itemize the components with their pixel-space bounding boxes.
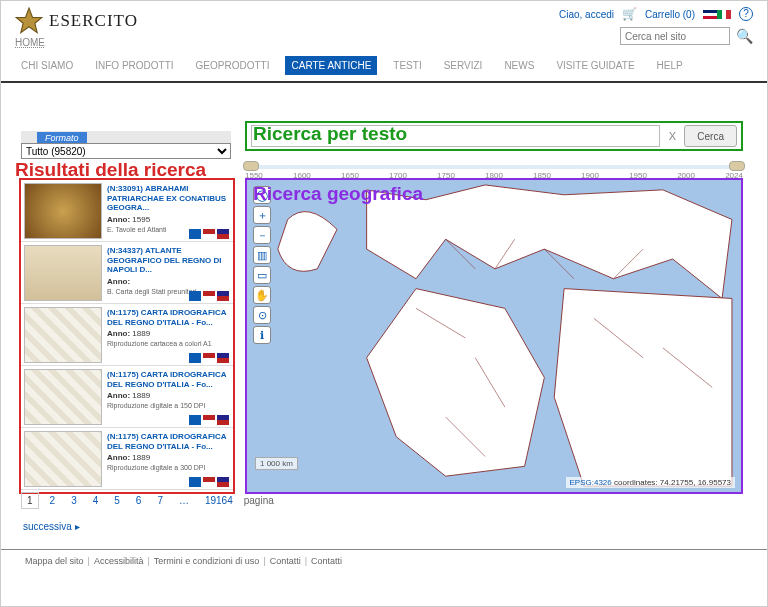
- zoom-in-button[interactable]: ＋: [253, 206, 271, 224]
- pagination: 1234567…19164paginasuccessiva ▸: [21, 492, 344, 532]
- result-item[interactable]: (N:33091) ABRAHAMI PATRIARCHAE EX CONATI…: [21, 180, 233, 242]
- nav-item[interactable]: CARTE ANTICHE: [285, 56, 377, 75]
- result-thumbnail: [24, 431, 102, 487]
- nav-item[interactable]: TESTI: [387, 56, 427, 75]
- map-info-button[interactable]: ℹ: [253, 326, 271, 344]
- flag-icon: [217, 477, 229, 487]
- footer-link[interactable]: Termini e condizioni di uso: [154, 556, 260, 566]
- world-map: [247, 180, 741, 492]
- nav-item[interactable]: NEWS: [498, 56, 540, 75]
- logo-star: [15, 7, 43, 35]
- nav-item[interactable]: GEOPRODOTTI: [190, 56, 276, 75]
- result-year: Anno: 1595: [107, 215, 231, 224]
- cart-add-icon[interactable]: [189, 353, 201, 363]
- formato-select[interactable]: Tutto (95820): [21, 143, 231, 159]
- map-coordinates: EPSG:4326 coordinates: 74.21755, 16.9557…: [566, 477, 736, 488]
- zoom-out-button[interactable]: －: [253, 226, 271, 244]
- result-thumbnail: [24, 369, 102, 425]
- results-list: (N:33091) ABRAHAMI PATRIARCHAE EX CONATI…: [19, 178, 235, 494]
- cart-add-icon[interactable]: [189, 229, 201, 239]
- result-title[interactable]: (N:1175) CARTA IDROGRAFICA DEL REGNO D'I…: [107, 370, 231, 389]
- home-link[interactable]: HOME: [15, 37, 45, 48]
- result-item[interactable]: (N:34337) ATLANTE GEOGRAFICO DEL REGNO D…: [21, 242, 233, 304]
- nav-item[interactable]: CHI SIAMO: [15, 56, 79, 75]
- flag-icon: [203, 415, 215, 425]
- result-title[interactable]: (N:1175) CARTA IDROGRAFICA DEL REGNO D'I…: [107, 432, 231, 451]
- result-year: Anno:: [107, 277, 231, 286]
- result-desc: Riproduzione digitale a 150 DPI: [107, 402, 231, 409]
- map-scale: 1 000 km: [255, 457, 298, 470]
- nav-item[interactable]: SERVIZI: [438, 56, 489, 75]
- result-desc: Riproduzione cartacea a colori A1: [107, 340, 231, 347]
- flag-icon: [203, 291, 215, 301]
- page-number[interactable]: 4: [88, 493, 104, 508]
- result-item[interactable]: (N:1175) CARTA IDROGRAFICA DEL REGNO D'I…: [21, 304, 233, 366]
- page-number[interactable]: 5: [109, 493, 125, 508]
- cart-add-icon[interactable]: [189, 291, 201, 301]
- cart-icon: 🛒: [622, 7, 637, 21]
- map-layer-button[interactable]: ▥: [253, 246, 271, 264]
- footer-link[interactable]: Accessibilità: [94, 556, 144, 566]
- flag-it-icon[interactable]: [717, 10, 731, 19]
- result-title[interactable]: (N:1175) CARTA IDROGRAFICA DEL REGNO D'I…: [107, 308, 231, 327]
- results-label: Risultati della ricerca: [15, 159, 206, 181]
- map-hand-button[interactable]: ✋: [253, 286, 271, 304]
- result-year: Anno: 1889: [107, 329, 231, 338]
- result-thumbnail: [24, 307, 102, 363]
- flag-uk-icon[interactable]: [703, 10, 717, 19]
- page-number[interactable]: 7: [152, 493, 168, 508]
- result-title[interactable]: (N:34337) ATLANTE GEOGRAFICO DEL REGNO D…: [107, 246, 231, 275]
- map-draw-button[interactable]: ▭: [253, 266, 271, 284]
- result-year: Anno: 1889: [107, 391, 231, 400]
- page-number[interactable]: …: [174, 493, 194, 508]
- result-item[interactable]: (N:1175) CARTA IDROGRAFICA DEL REGNO D'I…: [21, 428, 233, 490]
- flag-icon: [217, 229, 229, 239]
- clear-search-button[interactable]: X: [664, 130, 680, 142]
- login-link[interactable]: Ciao, accedi: [559, 9, 614, 20]
- site-search-input[interactable]: [620, 27, 730, 45]
- timeline-handle-start[interactable]: [243, 161, 259, 171]
- footer-links: Mappa del sito | Accessibilità | Termini…: [1, 549, 767, 566]
- text-search-label: Ricerca per testo: [253, 123, 407, 145]
- result-thumbnail: [24, 245, 102, 301]
- flag-icon: [203, 353, 215, 363]
- nav-item[interactable]: VISITE GUIDATE: [550, 56, 640, 75]
- map-point-button[interactable]: ⊙: [253, 306, 271, 324]
- page-number[interactable]: 6: [131, 493, 147, 508]
- timeline-slider[interactable]: 1550160016501700175018001850190019502000…: [245, 163, 743, 177]
- footer-link[interactable]: Contatti: [311, 556, 342, 566]
- svg-marker-0: [16, 8, 42, 32]
- cart-add-icon[interactable]: [189, 415, 201, 425]
- search-icon[interactable]: 🔍: [736, 28, 753, 44]
- flag-icon: [217, 353, 229, 363]
- cart-add-icon[interactable]: [189, 477, 201, 487]
- result-title[interactable]: (N:33091) ABRAHAMI PATRIARCHAE EX CONATI…: [107, 184, 231, 213]
- brand-name: ESERCITO: [49, 11, 138, 31]
- cart-link[interactable]: Carrello (0): [645, 9, 695, 20]
- result-thumbnail: [24, 183, 102, 239]
- next-page-link[interactable]: successiva ▸: [23, 521, 80, 532]
- page-number[interactable]: 1: [21, 492, 39, 509]
- result-desc: Riproduzione digitale a 300 DPI: [107, 464, 231, 471]
- nav-item[interactable]: HELP: [651, 56, 689, 75]
- page-number[interactable]: 19164: [200, 493, 238, 508]
- page-number[interactable]: 2: [45, 493, 61, 508]
- nav-item[interactable]: INFO PRODOTTI: [89, 56, 179, 75]
- epsg-link[interactable]: EPSG:4326: [570, 478, 612, 487]
- search-button[interactable]: Cerca: [684, 125, 737, 147]
- footer-link[interactable]: Contatti: [270, 556, 301, 566]
- map-viewport[interactable]: ◯ ＋ － ▥ ▭ ✋ ⊙ ℹ 1 000 km EPSG:4326 coord…: [245, 178, 743, 494]
- footer-link[interactable]: Mappa del sito: [25, 556, 84, 566]
- help-icon[interactable]: ?: [739, 7, 753, 21]
- result-item[interactable]: (N:1175) CARTA IDROGRAFICA DEL REGNO D'I…: [21, 366, 233, 428]
- flag-icon: [217, 291, 229, 301]
- page-number[interactable]: 3: [66, 493, 82, 508]
- main-nav: CHI SIAMOINFO PRODOTTIGEOPRODOTTICARTE A…: [1, 56, 767, 83]
- flag-icon: [203, 229, 215, 239]
- result-year: Anno: 1889: [107, 453, 231, 462]
- pagination-label: pagina: [244, 495, 274, 506]
- geo-search-label: Ricerca geografica: [253, 183, 423, 205]
- timeline-handle-end[interactable]: [729, 161, 745, 171]
- flag-icon: [217, 415, 229, 425]
- flag-icon: [203, 477, 215, 487]
